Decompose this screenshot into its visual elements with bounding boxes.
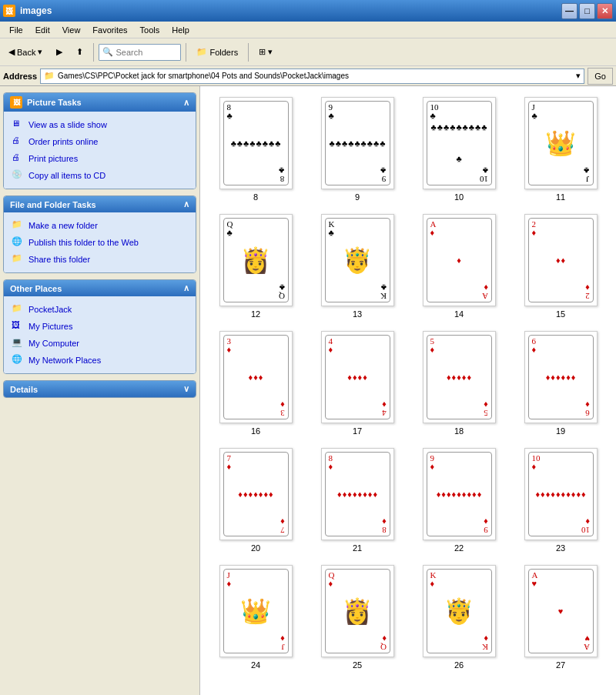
card-rank-top: 10♣ — [430, 103, 439, 120]
playing-card: 6♦♦♦♦♦♦♦6♦ — [528, 335, 594, 419]
card-item[interactable]: 7♦♦♦♦♦♦♦♦7♦20 — [211, 448, 300, 553]
menu-edit[interactable]: Edit — [29, 24, 56, 36]
card-rank-bottom: 6♦ — [585, 400, 590, 417]
card-rank-bottom: J♣ — [584, 166, 589, 183]
task-publish-web[interactable]: 🌐 Publish this folder to the Web — [10, 234, 189, 251]
menu-tools[interactable]: Tools — [134, 24, 166, 36]
card-rank-bottom: 8♦ — [382, 517, 387, 534]
playing-card: Q♦👸Q♦ — [325, 569, 390, 653]
task-copy-cd[interactable]: 💿 Copy all items to CD — [10, 167, 189, 184]
views-button[interactable]: ⊞ ▾ — [253, 44, 278, 60]
card-label: 12 — [251, 309, 260, 319]
card-item[interactable]: 10♦♦♦♦♦♦♦♦♦♦♦10♦23 — [516, 448, 605, 553]
task-new-folder[interactable]: 📁 Make a new folder — [10, 217, 189, 234]
details-header[interactable]: Details ∨ — [4, 381, 196, 397]
share-folder-icon: 📁 — [12, 253, 24, 266]
menu-bar: File Edit View Favorites Tools Help — [0, 22, 616, 38]
picture-tasks-panel: 🖼 Picture Tasks ∧ 🖥 View as a slide show… — [3, 92, 196, 189]
picture-tasks-body: 🖥 View as a slide show 🖨 Order prints on… — [4, 112, 196, 189]
address-path: Games\CS\PPC\Pocket jack for smartphone\… — [58, 72, 349, 80]
card-item[interactable]: 10♣♣♣♣♣♣♣♣♣♣♣10♣10 — [414, 97, 504, 202]
go-button[interactable]: Go — [588, 68, 613, 85]
card-label: 19 — [556, 426, 565, 436]
card-rank-top: 5♦ — [430, 337, 435, 354]
card-item[interactable]: 5♦♦♦♦♦♦5♦18 — [414, 331, 504, 436]
menu-favorites[interactable]: Favorites — [86, 24, 133, 36]
place-pocketjack-label: PocketJack — [28, 305, 72, 314]
card-item[interactable]: 6♦♦♦♦♦♦♦6♦19 — [516, 331, 605, 436]
search-input[interactable] — [116, 48, 177, 57]
card-center: 👑 — [224, 570, 288, 653]
folders-button[interactable]: 📁 Folders — [191, 44, 243, 60]
card-center: ♦♦♦♦♦♦ — [529, 336, 593, 419]
card-rank-bottom: 9♣ — [380, 166, 386, 183]
task-order-prints[interactable]: 🖨 Order prints online — [10, 133, 189, 150]
menu-view[interactable]: View — [56, 24, 87, 36]
card-item[interactable]: 9♦♦♦♦♦♦♦♦♦♦9♦22 — [414, 448, 504, 553]
card-center: ♦♦♦ — [224, 336, 288, 419]
address-field[interactable]: 📁 Games\CS\PPC\Pocket jack for smartphon… — [40, 68, 584, 84]
card-rank-top: K♣ — [329, 220, 335, 237]
dropdown-icon: ▾ — [576, 71, 581, 81]
card-image-wrapper: 2♦♦♦2♦ — [524, 214, 598, 306]
card-label: 24 — [251, 660, 260, 670]
card-image-wrapper: A♦♦A♦ — [423, 214, 496, 306]
search-box[interactable]: 🔍 — [99, 44, 181, 61]
place-pocketjack[interactable]: 📁 PocketJack — [10, 301, 189, 318]
place-my-pictures[interactable]: 🖼 My Pictures — [10, 318, 189, 335]
content-area[interactable]: 8♣♣♣♣♣♣♣♣♣8♣89♣♣♣♣♣♣♣♣♣♣9♣910♣♣♣♣♣♣♣♣♣♣♣… — [200, 86, 616, 695]
card-image-wrapper: 9♣♣♣♣♣♣♣♣♣♣9♣ — [321, 97, 394, 189]
file-tasks-header[interactable]: File and Folder Tasks ∧ — [4, 196, 196, 212]
close-button[interactable]: ✕ — [597, 3, 613, 19]
place-my-computer[interactable]: 💻 My Computer — [10, 335, 189, 352]
card-item[interactable]: 4♦♦♦♦♦4♦17 — [313, 331, 402, 436]
card-item[interactable]: 9♣♣♣♣♣♣♣♣♣♣9♣9 — [313, 97, 402, 202]
minimize-button[interactable]: — — [561, 3, 578, 19]
file-tasks-body: 📁 Make a new folder 🌐 Publish this folde… — [4, 212, 196, 272]
card-label: 10 — [454, 192, 464, 202]
card-item[interactable]: 8♣♣♣♣♣♣♣♣♣8♣8 — [211, 97, 300, 202]
card-item[interactable]: K♣🤴K♣13 — [313, 214, 402, 319]
card-item[interactable]: 2♦♦♦2♦15 — [516, 214, 605, 319]
card-item[interactable]: 8♦♦♦♦♦♦♦♦♦8♦21 — [313, 448, 402, 553]
place-my-network[interactable]: 🌐 My Network Places — [10, 352, 189, 369]
back-button[interactable]: ◀ Back ▾ — [3, 44, 48, 60]
card-item[interactable]: Q♣👸Q♣12 — [211, 214, 300, 319]
card-rank-top: 9♣ — [329, 103, 334, 120]
card-item[interactable]: A♦♦A♦14 — [414, 214, 504, 319]
address-label: Address — [3, 72, 37, 81]
card-item[interactable]: 3♦♦♦♦3♦16 — [211, 331, 300, 436]
forward-button[interactable]: ▶ — [51, 44, 68, 60]
card-rank-top: Q♦ — [329, 571, 335, 588]
task-slideshow[interactable]: 🖥 View as a slide show — [10, 116, 189, 133]
card-item[interactable]: J♦👑J♦24 — [211, 565, 300, 670]
back-icon: ◀ — [8, 47, 15, 57]
task-print-label: Print pictures — [28, 154, 78, 163]
task-print[interactable]: 🖨 Print pictures — [10, 150, 189, 167]
order-prints-icon: 🖨 — [12, 135, 24, 148]
folders-label: Folders — [209, 48, 238, 57]
card-item[interactable]: Q♦👸Q♦25 — [313, 565, 402, 670]
card-item[interactable]: A♥♥A♥27 — [516, 565, 605, 670]
card-item[interactable]: K♦🤴K♦26 — [414, 565, 504, 670]
my-computer-icon: 💻 — [12, 337, 24, 349]
toolbar: ◀ Back ▾ ▶ ⬆ 🔍 📁 Folders ⊞ ▾ — [0, 38, 616, 66]
card-label: 21 — [353, 543, 362, 553]
card-rank-bottom: J♦ — [280, 634, 285, 651]
task-share-folder[interactable]: 📁 Share this folder — [10, 251, 189, 268]
menu-file[interactable]: File — [3, 24, 29, 36]
other-places-header[interactable]: Other Places ∧ — [4, 280, 196, 296]
card-center: ♦♦♦♦♦♦♦ — [224, 453, 288, 536]
picture-tasks-header[interactable]: 🖼 Picture Tasks ∧ — [4, 93, 196, 112]
menu-help[interactable]: Help — [166, 24, 196, 36]
maximize-button[interactable]: □ — [579, 3, 595, 19]
card-rank-top: 6♦ — [532, 337, 537, 354]
card-label: 16 — [251, 426, 260, 436]
card-rank-top: K♦ — [430, 571, 437, 588]
card-rank-bottom: Q♦ — [380, 634, 387, 651]
card-item[interactable]: J♣👑J♣11 — [516, 97, 605, 202]
details-panel: Details ∨ — [3, 380, 196, 398]
card-image-wrapper: 6♦♦♦♦♦♦♦6♦ — [524, 331, 598, 423]
up-button[interactable]: ⬆ — [71, 44, 89, 60]
card-grid: 8♣♣♣♣♣♣♣♣♣8♣89♣♣♣♣♣♣♣♣♣♣9♣910♣♣♣♣♣♣♣♣♣♣♣… — [208, 94, 608, 673]
